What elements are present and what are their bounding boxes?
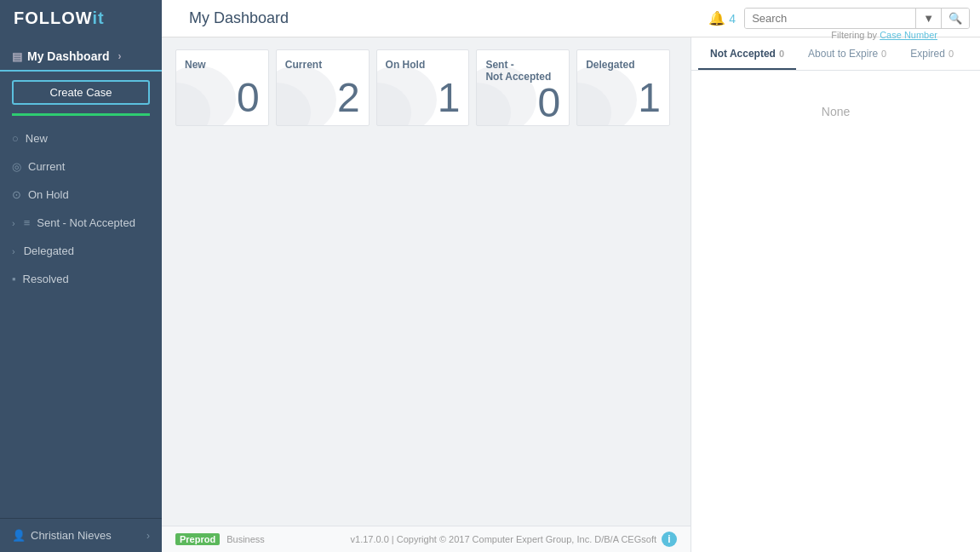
case-number-link[interactable]: Case Number	[880, 30, 937, 40]
sidebar-item-delegated-label: Delegated	[24, 244, 74, 257]
stat-value-on-hold: 1	[386, 78, 461, 118]
sidebar-item-on-hold[interactable]: ⊙ On Hold	[0, 181, 162, 209]
user-icon: 👤	[12, 529, 26, 542]
delegated-arrow-icon: ›	[12, 246, 15, 256]
tab-not-accepted[interactable]: Not Accepted 0	[698, 37, 796, 70]
sidebar-footer[interactable]: 👤 Christian Nieves ›	[0, 518, 162, 552]
stat-value-current: 2	[285, 78, 360, 118]
stat-label-new: New	[185, 59, 260, 71]
tab-about-to-expire-count: 0	[881, 49, 886, 59]
sidebar-progress-bar	[12, 113, 150, 116]
notification-count: 4	[729, 12, 736, 26]
version-info: v1.17.0.0 | Copyright © 2017 Computer Ex…	[351, 532, 677, 547]
sidebar-item-on-hold-label: On Hold	[28, 188, 69, 201]
search-input[interactable]	[745, 9, 915, 28]
sidebar-item-sent-label: Sent - Not Accepted	[37, 216, 135, 229]
sidebar-item-new[interactable]: ○ New	[0, 124, 162, 152]
stat-label-current: Current	[285, 59, 360, 71]
dashboard-arrow-icon: ›	[117, 50, 121, 62]
sidebar-dashboard[interactable]: ▤ My Dashboard ›	[0, 37, 162, 72]
logo: FOLLOWit	[14, 9, 105, 28]
search-box: ▼ 🔍	[744, 8, 970, 29]
filter-button[interactable]: ▼	[915, 9, 941, 28]
header: FOLLOWit My Dashboard 🔔 4 ▼ 🔍 Filtering …	[0, 0, 980, 37]
env-label: Business	[226, 534, 265, 544]
sidebar-footer-arrow-icon: ›	[146, 530, 150, 542]
right-panel-tabs: Not Accepted 0 About to Expire 0 Expired…	[691, 37, 980, 71]
logo-area: FOLLOWit	[0, 0, 162, 37]
tab-about-to-expire-label: About to Expire	[808, 48, 878, 60]
stat-card-on-hold[interactable]: On Hold 1	[376, 49, 470, 126]
stat-card-new[interactable]: New 0	[175, 49, 269, 126]
sidebar-item-current[interactable]: ◎ Current	[0, 152, 162, 181]
logo-it: it	[92, 9, 104, 27]
stat-label-on-hold: On Hold	[386, 59, 461, 71]
page-title: My Dashboard	[175, 9, 289, 26]
info-icon[interactable]: i	[662, 532, 677, 547]
sidebar-item-new-label: New	[26, 132, 48, 145]
sidebar-item-current-label: Current	[28, 160, 65, 173]
sidebar-dashboard-label: My Dashboard	[27, 49, 109, 63]
tab-not-accepted-count: 0	[779, 49, 784, 59]
search-button[interactable]: 🔍	[941, 9, 969, 28]
sidebar: ▤ My Dashboard › Create Case ○ New ◎ Cur…	[0, 37, 162, 552]
filter-hint: Filtering by Case Number	[831, 30, 937, 40]
sent-arrow-icon: ›	[12, 218, 15, 228]
header-controls: 🔔 4 ▼ 🔍 Filtering by Case Number	[708, 8, 980, 29]
status-bar: Preprod Business v1.17.0.0 | Copyright ©…	[162, 526, 691, 552]
sidebar-nav: ○ New ◎ Current ⊙ On Hold › ≡ Sent - Not…	[0, 124, 162, 518]
new-icon: ○	[12, 132, 19, 145]
header-center: My Dashboard	[162, 9, 708, 27]
stat-card-sent-not-accepted[interactable]: Sent -Not Accepted 0	[476, 49, 570, 126]
sidebar-item-resolved-label: Resolved	[23, 273, 69, 285]
current-icon: ◎	[12, 160, 21, 173]
tab-not-accepted-label: Not Accepted	[710, 48, 776, 60]
dashboard-icon: ▤	[12, 50, 22, 63]
stat-card-delegated[interactable]: Delegated 1	[576, 49, 670, 126]
stat-label-sent: Sent -Not Accepted	[485, 59, 560, 83]
tab-about-to-expire[interactable]: About to Expire 0	[796, 37, 898, 70]
notifications-button[interactable]: 🔔 4	[708, 10, 736, 26]
right-panel-content: None	[691, 71, 980, 552]
sidebar-user-name: Christian Nieves	[31, 529, 112, 542]
tab-expired-label: Expired	[910, 48, 945, 60]
bell-icon: 🔔	[708, 10, 725, 26]
stat-value-delegated: 1	[586, 78, 661, 118]
logo-follow: FOLLOW	[14, 9, 92, 27]
preprod-badge: Preprod	[175, 533, 220, 545]
content-empty-area	[162, 138, 691, 526]
stat-value-new: 0	[185, 78, 260, 118]
on-hold-icon: ⊙	[12, 188, 21, 201]
create-case-button[interactable]: Create Case	[12, 80, 150, 105]
sidebar-item-resolved[interactable]: ▪ Resolved	[0, 265, 162, 293]
right-panel: Not Accepted 0 About to Expire 0 Expired…	[691, 37, 980, 552]
stat-label-delegated: Delegated	[586, 59, 661, 71]
tab-expired-count: 0	[948, 49, 954, 59]
sidebar-item-sent-not-accepted[interactable]: › ≡ Sent - Not Accepted	[0, 209, 162, 237]
resolved-icon: ▪	[12, 273, 16, 285]
content-area: New 0 Current 2 On Hold 1 Sent -Not	[162, 37, 691, 552]
stat-value-sent: 0	[485, 83, 560, 124]
sidebar-item-delegated[interactable]: › Delegated	[0, 237, 162, 265]
sent-icon: ≡	[24, 216, 31, 229]
tab-expired[interactable]: Expired 0	[898, 37, 966, 70]
stat-card-current[interactable]: Current 2	[276, 49, 370, 126]
empty-state-text: None	[822, 105, 850, 118]
main-layout: ▤ My Dashboard › Create Case ○ New ◎ Cur…	[0, 37, 980, 552]
stats-row: New 0 Current 2 On Hold 1 Sent -Not	[162, 37, 691, 138]
